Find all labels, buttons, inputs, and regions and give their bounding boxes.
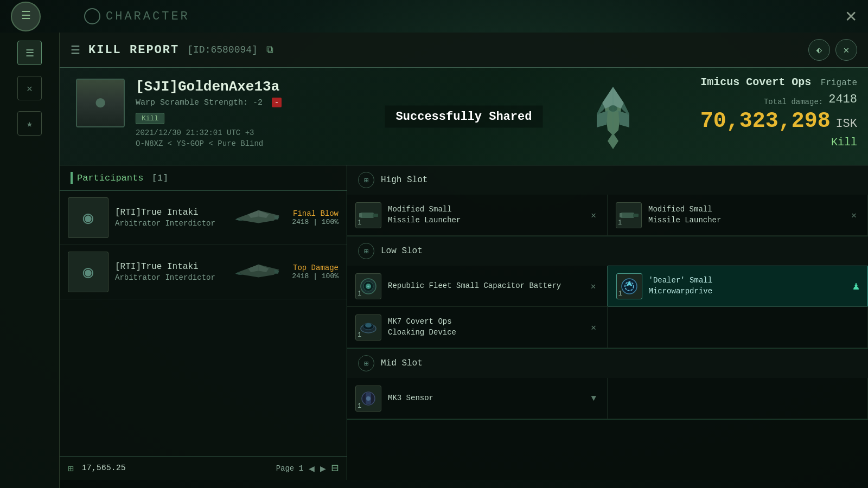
- equip-low-icon-2: 1: [616, 273, 642, 299]
- high-slot-label: High Slot: [381, 175, 427, 185]
- equip-low-empty: [608, 307, 868, 348]
- close-report-button[interactable]: ✕: [835, 39, 857, 61]
- equip-low-icon-3: 1: [355, 314, 381, 341]
- participant-damage-1: Final Blow 2418 | 100%: [292, 209, 339, 226]
- ship-type-label: Imicus Covert Ops Frigate: [700, 76, 857, 88]
- sidebar-close-icon[interactable]: ✕: [17, 76, 42, 100]
- character-label: CHARACTER: [84, 8, 190, 24]
- low-slot-icon: ⊞: [358, 243, 374, 259]
- high-slot-row: 1 Modified Small Missile Launcher ✕: [347, 195, 868, 236]
- svg-rect-23: [621, 213, 634, 218]
- participant-avatar-2[interactable]: ◉: [68, 252, 108, 292]
- participants-panel: Participants [1] ◉ [RTI]True Intaki Arbi…: [60, 165, 347, 480]
- top-damage-label: Top Damage: [292, 264, 339, 272]
- equip-mid-1[interactable]: 1 MK3 Sensor ▼: [347, 378, 608, 419]
- participant-avatar-1[interactable]: ◉: [68, 197, 108, 238]
- equip-high-1[interactable]: 1 Modified Small Missile Launcher ✕: [347, 195, 608, 235]
- equip-high-icon-2: 1: [616, 202, 642, 228]
- bottom-content: Participants [1] ◉ [RTI]True Intaki Arbi…: [60, 165, 868, 480]
- participant-damage-2: Top Damage 2418 | 100%: [292, 264, 339, 280]
- prev-page-button[interactable]: ◀: [309, 463, 315, 474]
- low-slot-row-1: + 1 Republic Fleet Small Capacitor Batte…: [347, 266, 868, 307]
- mid-slot-row-1: 1 MK3 Sensor ▼: [347, 378, 868, 419]
- equip-low-2[interactable]: 1 'Dealer' Small Microwarpdrive ♟: [608, 266, 869, 306]
- equip-low-1[interactable]: + 1 Republic Fleet Small Capacitor Batte…: [347, 266, 608, 306]
- participants-header: Participants [1]: [60, 165, 347, 191]
- equip-high-name-1: Modified Small Missile Launcher: [388, 204, 461, 226]
- sidebar-star-icon[interactable]: ★: [17, 111, 42, 136]
- equipment-panel: ⊞ High Slot 1 Mod: [347, 165, 868, 480]
- participants-bar-decoration: [71, 172, 73, 184]
- participant-ship-1: Arbitrator Interdictor: [115, 219, 225, 228]
- svg-rect-20: [360, 213, 374, 218]
- equip-high-remove-1[interactable]: ✕: [588, 207, 599, 223]
- svg-rect-25: [620, 213, 622, 217]
- equip-mid-empty: [608, 378, 868, 419]
- equip-low-remove-1[interactable]: ✕: [588, 278, 599, 294]
- filter-button[interactable]: ⊟: [331, 461, 339, 476]
- participant-item-2: ◉ [RTI]True Intaki Arbitrator Interdicto…: [60, 245, 347, 299]
- equip-high-remove-2[interactable]: ✕: [848, 207, 859, 223]
- participant-name-1[interactable]: [RTI]True Intaki: [115, 208, 225, 217]
- mid-slot-section: ⊞ Mid Slot 1 MK3 Sensor: [347, 349, 868, 420]
- equip-high-name-2: Modified Small Missile Launcher: [648, 204, 721, 226]
- ship-display: [564, 79, 662, 160]
- equip-low-highlight-2: ♟: [853, 279, 859, 293]
- equip-low-name-1: Republic Fleet Small Capacitor Battery: [388, 281, 561, 292]
- page-label: Page 1: [276, 464, 303, 473]
- high-slot-icon: ⊞: [358, 172, 374, 188]
- participant-ship-img-1: [231, 203, 285, 233]
- svg-rect-21: [373, 214, 378, 217]
- kill-badge: Kill: [136, 113, 164, 124]
- panel-menu-icon[interactable]: ☰: [71, 43, 80, 57]
- left-sidebar: ☰ ✕ ★: [0, 33, 60, 488]
- next-page-button[interactable]: ▶: [320, 463, 326, 474]
- kill-type-label: Kill: [700, 136, 857, 149]
- equip-low-remove-3[interactable]: ✕: [588, 319, 599, 336]
- damage-stats-2: 2418 | 100%: [292, 272, 339, 280]
- bottom-bar-icon: ⊞: [68, 463, 74, 474]
- equip-low-icon-1: + 1: [355, 273, 381, 299]
- mid-slot-label: Mid Slot: [381, 358, 423, 368]
- equip-low-3[interactable]: 1 MK7 Covert Ops Cloaking Device ✕: [347, 307, 608, 348]
- svg-point-38: [366, 396, 371, 401]
- main-panel: ☰ KILL REPORT [ID:6580094] ⧉ ⬖ ✕ [SJI]Go…: [60, 33, 868, 488]
- kill-stats: Imicus Covert Ops Frigate Total damage: …: [700, 76, 857, 149]
- mid-slot-icon: ⊞: [358, 355, 374, 371]
- equip-low-name-2: 'Dealer' Small Microwarpdrive: [649, 275, 713, 297]
- equip-mid-icon-1: 1: [355, 386, 381, 412]
- window-close-button[interactable]: ✕: [845, 8, 857, 25]
- victim-avatar: [76, 79, 125, 127]
- kill-id: [ID:6580094] ⧉: [187, 44, 273, 55]
- sidebar-menu-icon[interactable]: ☰: [17, 41, 42, 65]
- equip-high-2[interactable]: 1 Modified Small Missile Launcher ✕: [608, 195, 868, 235]
- participants-title: Participants [1]: [77, 173, 168, 183]
- mid-slot-header: ⊞ Mid Slot: [347, 349, 868, 378]
- equip-low-name-3: MK7 Covert Ops Cloaking Device: [388, 317, 456, 338]
- low-slot-row-2: 1 MK7 Covert Ops Cloaking Device ✕: [347, 307, 868, 348]
- header-actions: ⬖ ✕: [808, 39, 857, 61]
- isk-label: ISK: [835, 117, 857, 131]
- participant-ship-2: Arbitrator Interdictor: [115, 273, 225, 282]
- equip-high-icon-1: 1: [355, 202, 381, 228]
- svg-rect-22: [359, 213, 362, 217]
- kill-report-header: ☰ KILL REPORT [ID:6580094] ⧉ ⬖ ✕: [60, 33, 868, 68]
- equip-mid-remove-1[interactable]: ▼: [588, 391, 599, 406]
- participant-ship-img-2: [231, 257, 285, 287]
- low-slot-section: ⊞ Low Slot + 1: [347, 236, 868, 349]
- kill-report-title: KILL REPORT: [88, 43, 179, 57]
- char-circle-icon: [84, 8, 100, 24]
- total-damage-label: Total damage:: [764, 98, 823, 106]
- svg-text:+: +: [367, 284, 370, 289]
- participant-info-1: [RTI]True Intaki Arbitrator Interdictor: [115, 208, 225, 228]
- page-controls: Page 1 ◀ ▶ ⊟: [276, 461, 339, 476]
- isk-value: 70,323,298: [700, 109, 831, 133]
- share-button[interactable]: ⬖: [808, 39, 830, 61]
- high-slot-section: ⊞ High Slot 1 Mod: [347, 165, 868, 236]
- participant-name-2[interactable]: [RTI]True Intaki: [115, 262, 225, 272]
- high-slot-header: ⊞ High Slot: [347, 165, 868, 195]
- participant-info-2: [RTI]True Intaki Arbitrator Interdictor: [115, 262, 225, 282]
- red-minus-icon: -: [272, 98, 282, 107]
- hamburger-button[interactable]: ☰: [11, 2, 41, 31]
- final-blow-label: Final Blow: [292, 209, 339, 218]
